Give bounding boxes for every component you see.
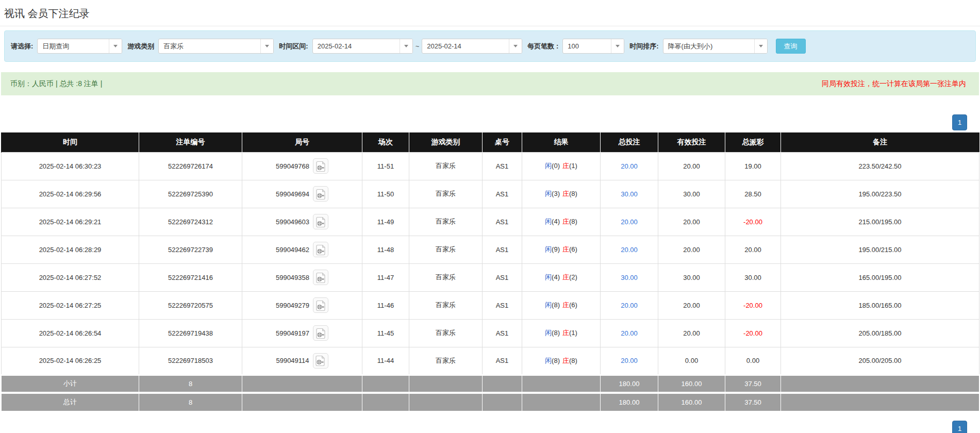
- sort-select[interactable]: 降幂(由大到小): [663, 39, 768, 54]
- chevron-down-icon[interactable]: [109, 39, 122, 53]
- video-replay-icon[interactable]: [313, 186, 328, 202]
- cell-bet-id: 522269722739: [139, 236, 242, 263]
- search-button[interactable]: 查询: [776, 39, 806, 54]
- cell-remark: 205.00/185.00: [781, 319, 979, 347]
- cell-round: 599049462: [242, 236, 362, 263]
- pagination-bottom: 1: [0, 421, 967, 433]
- total-bet-link[interactable]: 30.00: [621, 190, 638, 198]
- table-body: 2025-02-14 06:30:23 522269726174 5990497…: [2, 152, 979, 375]
- result-player-count: (0): [552, 162, 560, 170]
- subtotal-valid-bet: 160.00: [658, 375, 725, 393]
- cell-time: 2025-02-14 06:26:54: [2, 319, 139, 347]
- round-id: 599049279: [276, 302, 309, 309]
- cell-payout: 30.00: [725, 263, 781, 291]
- header-time: 时间: [2, 132, 139, 152]
- round-id: 599049694: [276, 190, 309, 198]
- cell-result: 闲(3)庄(8): [522, 180, 601, 208]
- result-banker-label: 庄: [562, 218, 569, 225]
- result-banker-count: (8): [569, 357, 577, 364]
- cell-bet-id: 522269719438: [139, 319, 242, 347]
- query-type-select[interactable]: 日期查询: [37, 39, 122, 54]
- video-replay-icon[interactable]: [313, 214, 328, 229]
- round-id: 599049197: [276, 329, 309, 337]
- video-replay-icon[interactable]: [313, 242, 328, 257]
- cell-remark: 205.00/205.00: [781, 347, 979, 375]
- result-player-label: 闲: [545, 273, 552, 281]
- round-id: 599049358: [276, 274, 309, 281]
- cell-result: 闲(4)庄(2): [522, 263, 601, 291]
- chevron-down-icon[interactable]: [400, 39, 412, 53]
- result-banker-count: (1): [569, 329, 577, 337]
- chevron-down-icon[interactable]: [260, 39, 273, 53]
- cell-valid-bet: 20.00: [658, 208, 725, 236]
- total-payout: 37.50: [725, 393, 781, 411]
- video-replay-icon[interactable]: [313, 297, 328, 313]
- cell-total-bet: 20.00: [601, 152, 658, 180]
- date-from-value: 2025-02-14: [313, 39, 400, 53]
- cell-remark: 215.00/195.00: [781, 208, 979, 236]
- chevron-down-icon[interactable]: [611, 39, 624, 53]
- cell-bet-id: 522269721416: [139, 263, 242, 291]
- game-type-select[interactable]: 百家乐: [158, 39, 274, 54]
- cell-valid-bet: 20.00: [658, 319, 725, 347]
- cell-total-bet: 20.00: [601, 319, 658, 347]
- cell-time: 2025-02-14 06:30:23: [2, 152, 139, 180]
- date-to-select[interactable]: 2025-02-14: [422, 39, 522, 54]
- cell-total-bet: 20.00: [601, 208, 658, 236]
- cell-bet-id: 522269718503: [139, 347, 242, 375]
- total-bet-link[interactable]: 20.00: [621, 329, 638, 337]
- page-title: 视讯 会员下注纪录: [0, 0, 980, 26]
- date-from-select[interactable]: 2025-02-14: [312, 39, 413, 54]
- cell-bet-id: 522269726174: [139, 152, 242, 180]
- title-divider: [0, 26, 980, 26]
- header-total-bet: 总投注: [601, 132, 658, 152]
- date-to-value: 2025-02-14: [422, 39, 509, 53]
- video-replay-icon[interactable]: [313, 353, 328, 369]
- total-bet-link[interactable]: 20.00: [621, 302, 638, 309]
- result-banker-count: (8): [569, 218, 577, 225]
- result-banker-count: (6): [569, 301, 577, 309]
- result-banker-label: 庄: [562, 162, 569, 170]
- total-label: 总计: [2, 393, 139, 411]
- result-player-label: 闲: [545, 218, 552, 225]
- cell-time: 2025-02-14 06:29:56: [2, 180, 139, 208]
- cell-table-no: AS1: [483, 152, 522, 180]
- page-1-button[interactable]: 1: [952, 114, 967, 130]
- total-bet-link[interactable]: 20.00: [621, 357, 638, 364]
- page-1-button[interactable]: 1: [952, 421, 967, 433]
- table-header: 时间 注单编号 局号 场次 游戏类别 桌号 结果 总投注 有效投注 总派彩 备注: [2, 132, 979, 152]
- total-bet-link[interactable]: 20.00: [621, 246, 638, 254]
- cell-total-bet: 30.00: [601, 263, 658, 291]
- total-bet-link[interactable]: 30.00: [621, 274, 638, 281]
- result-player-label: 闲: [545, 301, 552, 309]
- pagination-top: 1: [0, 114, 967, 130]
- cell-game-type: 百家乐: [409, 152, 483, 180]
- summary-bar: 币别：人民币 | 总共 :8 注单 | 同局有效投注，统一计算在该局第一张注单内: [1, 72, 979, 95]
- cell-payout: 20.00: [725, 236, 781, 263]
- cell-valid-bet: 30.00: [658, 180, 725, 208]
- total-bet-link[interactable]: 20.00: [621, 218, 638, 226]
- total-bet-link[interactable]: 20.00: [621, 162, 638, 170]
- cell-result: 闲(8)庄(1): [522, 319, 601, 347]
- cell-session: 11-50: [362, 180, 409, 208]
- cell-valid-bet: 20.00: [658, 236, 725, 263]
- header-bet-id: 注单编号: [139, 132, 242, 152]
- result-banker-count: (2): [569, 273, 577, 281]
- cell-remark: 195.00/223.50: [781, 180, 979, 208]
- query-type-value: 日期查询: [38, 39, 109, 53]
- chevron-down-icon[interactable]: [509, 39, 522, 53]
- cell-table-no: AS1: [483, 347, 522, 375]
- video-replay-icon[interactable]: [313, 325, 328, 341]
- total-total-bet: 180.00: [601, 393, 658, 411]
- page-size-select[interactable]: 100: [562, 39, 624, 54]
- video-replay-icon[interactable]: [313, 270, 328, 285]
- result-banker-label: 庄: [562, 329, 569, 337]
- cell-time: 2025-02-14 06:26:25: [2, 347, 139, 375]
- video-replay-icon[interactable]: [313, 158, 328, 174]
- cell-remark: 165.00/195.00: [781, 263, 979, 291]
- result-player-count: (8): [552, 301, 560, 309]
- chevron-down-icon[interactable]: [754, 39, 767, 53]
- cell-time: 2025-02-14 06:27:52: [2, 263, 139, 291]
- cell-payout: 28.50: [725, 180, 781, 208]
- header-result: 结果: [522, 132, 601, 152]
